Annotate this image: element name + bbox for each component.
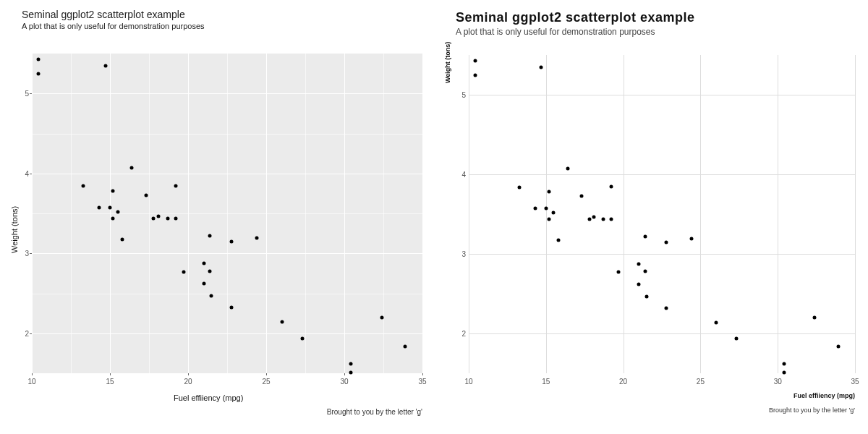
scatter-point	[97, 206, 101, 210]
x-tick-label: 20	[619, 378, 627, 386]
scatter-point	[665, 306, 668, 310]
scatter-point	[689, 237, 693, 241]
scatter-point	[644, 294, 648, 298]
scatter-point	[548, 218, 551, 221]
scatter-point	[208, 269, 212, 273]
chart-pair: Seminal ggplot2 scatterplot example A pl…	[0, 0, 868, 434]
scatter-point	[609, 185, 613, 189]
scatter-point	[556, 239, 560, 242]
scatter-point	[579, 194, 583, 197]
scatter-point	[518, 185, 522, 189]
scatter-point	[280, 320, 284, 324]
scatter-point	[587, 217, 591, 221]
scatter-point	[103, 64, 107, 68]
x-tick-label: 25	[262, 378, 270, 386]
scatter-point	[121, 238, 124, 242]
scatter-point	[566, 167, 569, 171]
x-tick-label: 35	[418, 378, 426, 386]
scatter-point	[714, 320, 718, 324]
chart-left: Seminal ggplot2 scatterplot example A pl…	[0, 0, 434, 434]
scatter-point	[36, 72, 40, 75]
x-tick-label: 30	[774, 378, 782, 386]
scatter-point	[111, 217, 115, 221]
chart-right: Seminal ggplot2 scatterplot example A pl…	[434, 0, 868, 434]
scatter-point	[813, 316, 817, 320]
y-tick-label: 3	[19, 250, 29, 258]
y-tick-label: 5	[456, 91, 466, 99]
scatter-point	[544, 207, 548, 210]
scatter-point	[734, 337, 738, 341]
scatter-point	[174, 216, 177, 220]
scatter-point	[109, 206, 112, 210]
scatter-point	[156, 215, 160, 218]
x-tick-label: 15	[106, 378, 114, 386]
scatter-point	[202, 282, 205, 286]
scatter-point	[609, 217, 613, 221]
x-tick-label: 35	[851, 378, 859, 386]
scatter-point	[111, 190, 115, 193]
x-axis-label: Fuel effiiency (mpg)	[174, 393, 243, 402]
scatter-point	[182, 270, 185, 273]
scatter-point	[473, 59, 477, 63]
y-tick-label: 2	[456, 330, 466, 338]
scatter-point	[130, 166, 134, 170]
x-tick-label: 10	[464, 378, 472, 386]
scatter-point	[380, 315, 383, 319]
scatter-point	[208, 234, 212, 238]
y-tick-label: 2	[19, 329, 29, 337]
scatter-point	[230, 239, 234, 243]
y-tick-label: 5	[19, 90, 29, 98]
scatter-point	[473, 73, 477, 77]
scatter-point	[617, 271, 621, 274]
chart-title: Seminal ggplot2 scatterplot example	[456, 10, 868, 25]
y-tick-label: 4	[456, 171, 466, 179]
chart-caption: Brought to you by the letter 'g'	[327, 408, 422, 416]
scatter-point	[782, 362, 786, 366]
scatter-point	[144, 193, 148, 197]
scatter-point	[36, 58, 40, 61]
scatter-point	[552, 210, 556, 214]
chart-subtitle: A plot that is only useful for demonstra…	[22, 22, 434, 30]
scatter-point	[643, 235, 647, 239]
x-tick-label: 30	[340, 378, 348, 386]
scatter-point	[637, 282, 640, 286]
y-tick-label: 3	[456, 250, 466, 258]
y-axis-label: Weight (tons)	[444, 42, 451, 83]
scatter-point	[533, 207, 537, 210]
y-axis-label: Weight (tons)	[10, 206, 19, 253]
scatter-point	[166, 216, 169, 220]
plot-area: 1015202530352345	[469, 55, 855, 373]
scatter-point	[349, 370, 352, 374]
scatter-point	[643, 270, 647, 273]
scatter-point	[210, 294, 213, 298]
y-tick-label: 4	[19, 169, 29, 177]
chart-caption: Brought to you by the letter 'g'	[769, 407, 855, 414]
scatter-point	[174, 184, 177, 187]
chart-subtitle: A plot that is only useful for demonstra…	[456, 27, 868, 37]
x-tick-label: 10	[27, 378, 35, 386]
scatter-point	[152, 216, 156, 220]
x-tick-label: 25	[697, 378, 705, 386]
scatter-point	[601, 217, 605, 221]
chart-title: Seminal ggplot2 scatterplot example	[22, 9, 434, 20]
scatter-point	[404, 344, 407, 348]
plot-area: 1015202530352345	[32, 54, 422, 373]
scatter-point	[665, 240, 668, 244]
scatter-point	[349, 362, 352, 366]
scatter-point	[255, 237, 259, 240]
x-axis-label: Fuel effiiency (mpg)	[793, 392, 855, 399]
scatter-point	[540, 66, 543, 69]
scatter-point	[202, 262, 205, 265]
scatter-point	[782, 370, 786, 374]
scatter-point	[637, 262, 640, 265]
scatter-point	[300, 336, 304, 340]
scatter-point	[82, 184, 85, 188]
scatter-point	[116, 210, 119, 213]
x-tick-label: 15	[542, 378, 550, 386]
x-tick-label: 20	[184, 378, 192, 386]
scatter-point	[548, 190, 551, 194]
scatter-point	[592, 216, 596, 219]
scatter-point	[230, 306, 234, 310]
scatter-point	[836, 345, 840, 349]
